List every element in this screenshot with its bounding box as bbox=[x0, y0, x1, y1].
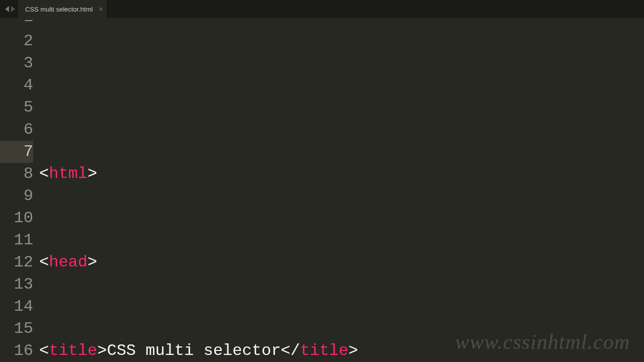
tab-title: CSS multi selector.html bbox=[25, 6, 93, 13]
line-number: 11 bbox=[0, 229, 33, 251]
code-line: <title>CSS multi selector</title> bbox=[39, 340, 644, 362]
tab-nav-arrows bbox=[0, 6, 18, 12]
line-number: 12 bbox=[0, 251, 33, 274]
code-line: <html> bbox=[39, 163, 644, 185]
line-number: 15 bbox=[0, 318, 33, 340]
tab-prev-icon[interactable] bbox=[5, 6, 9, 12]
line-number: 14 bbox=[0, 296, 33, 318]
editor[interactable]: 12345678910111213141516 <<!DOCTYPE html>… bbox=[0, 18, 644, 362]
code-line: <head> bbox=[39, 251, 644, 274]
tab-next-icon[interactable] bbox=[11, 6, 15, 12]
line-number: 8 bbox=[0, 163, 33, 185]
line-number: 10 bbox=[0, 207, 33, 229]
line-number: 13 bbox=[0, 274, 33, 296]
line-number: 4 bbox=[0, 74, 33, 97]
line-number: 2 bbox=[0, 30, 33, 52]
line-number: 7 bbox=[0, 141, 33, 163]
line-number: 6 bbox=[0, 119, 33, 141]
line-number-gutter: 12345678910111213141516 bbox=[0, 18, 39, 362]
code-line: <<!DOCTYPE html> bbox=[39, 86, 644, 97]
close-icon[interactable]: × bbox=[99, 6, 103, 13]
code-area[interactable]: <<!DOCTYPE html> <html> <head> <title>CS… bbox=[39, 18, 644, 362]
line-number: 5 bbox=[0, 97, 33, 119]
line-number: 3 bbox=[0, 52, 33, 74]
line-number: 16 bbox=[0, 340, 33, 362]
line-number: 9 bbox=[0, 185, 33, 207]
tab-bar: CSS multi selector.html × bbox=[0, 0, 644, 18]
tab-active[interactable]: CSS multi selector.html × bbox=[18, 0, 107, 18]
